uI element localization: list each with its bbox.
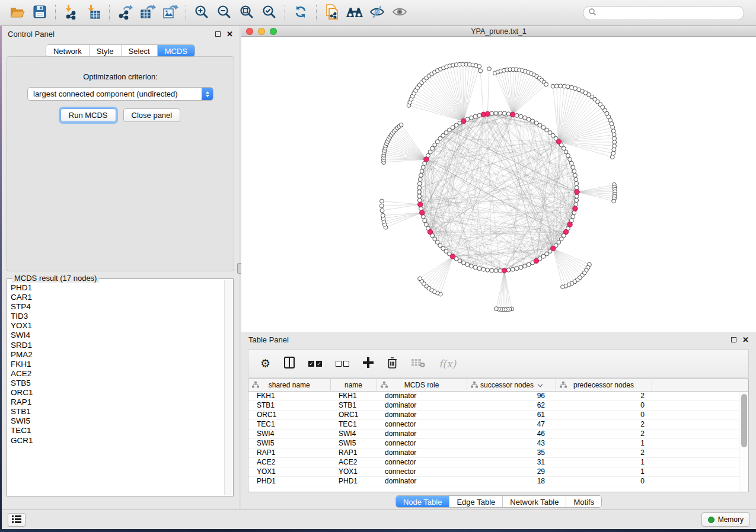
network-node[interactable] [611,126,615,130]
network-node[interactable] [417,181,422,185]
table-cell[interactable]: dominator [377,476,467,486]
network-node[interactable] [612,148,616,152]
mcds-hub-node[interactable] [428,229,432,234]
table-row[interactable]: FKH1FKH1dominator962 [248,391,748,400]
network-node[interactable] [613,140,617,145]
network-node[interactable] [566,85,570,89]
mcds-node[interactable]: TID3 [11,312,224,321]
network-node[interactable] [519,265,523,270]
table-scrollbar-thumb[interactable] [741,394,747,447]
table-cell[interactable]: 35 [467,448,556,457]
network-node[interactable] [575,194,579,198]
open-file-button[interactable] [6,3,28,23]
table-row[interactable]: YOX1YOX1connector291 [248,467,748,476]
mcds-node[interactable]: TEC1 [11,426,224,435]
table-cell[interactable]: FKH1 [248,391,330,400]
mcds-hub-node[interactable] [450,254,455,259]
table-cell[interactable]: SWI5 [248,438,330,448]
network-node[interactable] [490,268,494,273]
network-node[interactable] [506,112,511,116]
table-cell[interactable]: YOX1 [248,467,330,476]
table-cell[interactable]: 96 [467,391,556,400]
network-node[interactable] [506,268,511,272]
table-cell[interactable]: 2 [556,391,652,400]
table-cell[interactable]: FKH1 [330,391,377,400]
table-cell[interactable]: YOX1 [330,467,377,476]
table-cell[interactable]: dominator [377,410,467,419]
mcds-node[interactable]: CAR1 [11,293,224,302]
mcds-node[interactable]: STB5 [11,379,224,388]
column-header[interactable]: shared name [248,379,330,391]
network-node[interactable] [571,165,575,169]
table-cell[interactable]: PHD1 [330,476,377,486]
mcds-hub-node[interactable] [556,139,561,144]
zoom-selected-button[interactable] [258,3,280,23]
memory-button[interactable]: Memory [701,512,750,527]
network-node[interactable] [479,69,483,73]
table-cell[interactable]: STB1 [248,400,330,410]
panel-list-button[interactable] [8,513,25,527]
network-node[interactable] [399,123,403,127]
table-cell[interactable]: 2 [556,419,652,429]
select-all-button[interactable]: ✓✓ [308,361,322,367]
float-panel-icon[interactable] [215,31,221,37]
delete-column-button[interactable] [387,357,397,370]
show-all-button[interactable] [388,3,411,23]
column-header[interactable]: successor nodes [467,379,556,391]
table-row[interactable]: RAP1RAP1dominator352 [248,448,748,457]
network-node[interactable] [534,121,538,125]
network-node[interactable] [611,129,615,133]
network-node[interactable] [428,150,432,154]
network-node[interactable] [424,223,428,227]
table-row[interactable]: PHD1PHD1dominator180 [248,476,748,486]
table-cell[interactable]: SWI4 [330,429,377,438]
tab-mcds[interactable]: MCDS [157,45,194,56]
hide-selected-button[interactable] [366,3,388,23]
network-node[interactable] [418,177,422,181]
network-node[interactable] [487,67,492,71]
mcds-node[interactable]: STP4 [11,302,224,312]
table-row[interactable]: TEC1TEC1connector472 [248,419,748,429]
mcds-hub-node[interactable] [485,111,490,116]
tab-select[interactable]: Select [121,45,157,56]
import-network-button[interactable] [60,3,82,23]
network-node[interactable] [494,307,498,311]
table-cell[interactable]: 43 [467,438,556,448]
network-node[interactable] [613,144,617,148]
column-header[interactable]: name [330,379,377,391]
network-node[interactable] [423,219,427,223]
network-node[interactable] [568,158,572,162]
table-cell[interactable]: dominator [377,400,467,410]
zoom-out-button[interactable] [213,3,235,23]
export-network-button[interactable] [114,3,136,23]
network-node[interactable] [515,267,519,271]
network-node[interactable] [477,267,481,271]
mcds-hub-node[interactable] [551,246,556,251]
table-cell[interactable]: ACE2 [330,457,377,467]
network-node[interactable] [551,84,555,88]
table-cell[interactable]: dominator [377,448,467,457]
export-image-button[interactable] [159,3,181,23]
table-cell[interactable]: 0 [556,410,652,419]
criterion-dropdown[interactable]: largest connected component (undirected) [27,87,213,101]
mcds-hub-node[interactable] [502,268,506,273]
table-settings-button[interactable]: ⚙ [260,358,270,369]
table-row[interactable]: SWI4SWI4dominator462 [248,429,748,438]
network-node[interactable] [575,186,579,190]
network-node[interactable] [544,82,548,86]
network-node[interactable] [417,186,422,190]
network-node[interactable] [502,111,506,116]
network-node[interactable] [418,277,422,281]
tab-network[interactable]: Network [46,45,89,56]
run-mcds-button[interactable]: Run MCDS [60,108,116,122]
table-cell[interactable]: 47 [467,419,556,429]
network-node[interactable] [559,84,563,88]
network-node[interactable] [486,268,490,272]
delete-table-button[interactable] [411,357,425,370]
network-node[interactable] [417,190,422,194]
tab-network-table[interactable]: Network Table [502,496,566,507]
network-node[interactable] [380,209,384,213]
table-cell[interactable]: connector [377,438,467,448]
network-node[interactable] [473,114,477,118]
mcds-hub-node[interactable] [563,229,568,234]
